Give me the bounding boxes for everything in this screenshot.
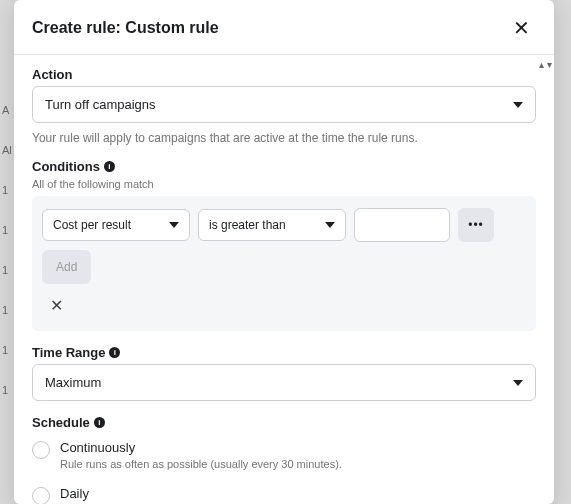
close-icon: ✕ [513,17,530,39]
close-icon: ✕ [50,297,63,314]
action-select-value: Turn off campaigns [45,97,156,112]
modal-body: ▴ ▾ Action Turn off campaigns Your rule … [14,55,554,504]
radio-label: Continuously [60,440,342,455]
chevron-down-icon [513,380,523,386]
chevron-down-icon [325,222,335,228]
condition-value-input[interactable] [354,208,450,242]
timerange-label: Time Range i [32,345,536,360]
schedule-label: Schedule i [32,415,536,430]
modal-header: Create rule: Custom rule ✕ [14,0,554,55]
condition-remove-button[interactable]: ✕ [42,290,71,321]
close-button[interactable]: ✕ [507,14,536,42]
radio-label: Daily [60,486,183,501]
timerange-value: Maximum [45,375,101,390]
info-icon[interactable]: i [94,417,105,428]
condition-more-button[interactable]: ••• [458,208,494,242]
conditions-label: Conditions i [32,159,536,174]
action-label: Action [32,67,536,82]
condition-add-button[interactable]: Add [42,250,91,284]
action-select[interactable]: Turn off campaigns [32,86,536,123]
conditions-sublabel: All of the following match [32,178,536,190]
conditions-container: Cost per result is greater than ••• Add … [32,196,536,331]
condition-metric-select[interactable]: Cost per result [42,209,190,241]
schedule-radio-group: Continuously Rule runs as often as possi… [32,434,536,504]
schedule-option-daily[interactable]: Daily at 12:00AM London Time [32,480,536,504]
radio-icon[interactable] [32,441,50,459]
condition-row: Cost per result is greater than ••• Add [42,208,526,284]
timerange-select[interactable]: Maximum [32,364,536,401]
radio-description: Rule runs as often as possible (usually … [60,457,342,472]
chevron-down-icon [513,102,523,108]
chevron-down-icon [169,222,179,228]
radio-icon[interactable] [32,487,50,504]
condition-operator-select[interactable]: is greater than [198,209,346,241]
action-help-text: Your rule will apply to campaigns that a… [32,131,536,145]
create-rule-modal: Create rule: Custom rule ✕ ▴ ▾ Action Tu… [14,0,554,504]
modal-title: Create rule: Custom rule [32,19,219,37]
info-icon[interactable]: i [109,347,120,358]
schedule-option-continuously[interactable]: Continuously Rule runs as often as possi… [32,434,536,480]
info-icon[interactable]: i [104,161,115,172]
